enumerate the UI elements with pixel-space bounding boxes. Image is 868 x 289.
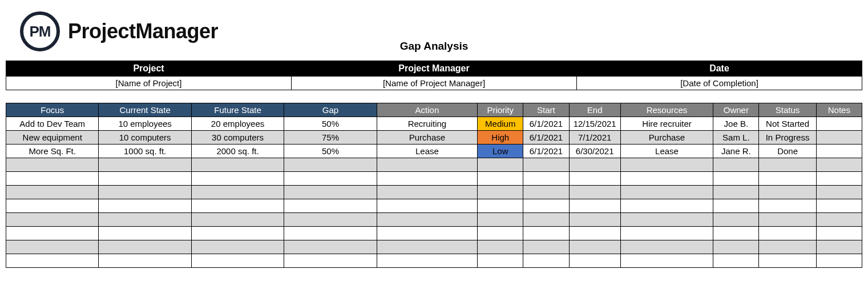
cell-empty[interactable]	[759, 199, 816, 213]
cell-action[interactable]: Lease	[377, 144, 477, 158]
cell-empty[interactable]	[759, 254, 816, 268]
cell-empty[interactable]	[191, 227, 284, 240]
cell-start[interactable]: 6/1/2021	[523, 144, 569, 158]
cell-notes[interactable]	[816, 144, 862, 158]
cell-empty[interactable]	[191, 158, 284, 172]
cell-empty[interactable]	[816, 199, 862, 213]
cell-empty[interactable]	[523, 227, 569, 240]
cell-end[interactable]: 7/1/2021	[569, 131, 620, 144]
cell-empty[interactable]	[191, 240, 284, 254]
cell-empty[interactable]	[377, 158, 477, 172]
meta-value-date[interactable]: [Date of Completion]	[577, 77, 862, 90]
meta-value-manager[interactable]: [Name of Project Manager]	[292, 77, 577, 90]
cell-status[interactable]: Done	[759, 144, 816, 158]
cell-empty[interactable]	[523, 158, 569, 172]
cell-empty[interactable]	[99, 199, 191, 213]
cell-empty[interactable]	[816, 172, 862, 186]
cell-focus[interactable]: More Sq. Ft.	[6, 144, 99, 158]
cell-empty[interactable]	[377, 172, 477, 186]
cell-focus[interactable]: New equipment	[6, 131, 99, 144]
cell-empty[interactable]	[478, 227, 523, 240]
cell-empty[interactable]	[6, 186, 99, 199]
cell-empty[interactable]	[620, 240, 713, 254]
cell-empty[interactable]	[569, 158, 620, 172]
cell-end[interactable]: 12/15/2021	[569, 117, 620, 131]
cell-empty[interactable]	[523, 213, 569, 227]
cell-empty[interactable]	[620, 158, 713, 172]
cell-empty[interactable]	[284, 186, 377, 199]
cell-empty[interactable]	[284, 158, 377, 172]
cell-empty[interactable]	[284, 227, 377, 240]
cell-empty[interactable]	[478, 213, 523, 227]
cell-empty[interactable]	[6, 213, 99, 227]
cell-empty[interactable]	[99, 227, 191, 240]
cell-future[interactable]: 20 employees	[191, 117, 284, 131]
cell-empty[interactable]	[99, 186, 191, 199]
cell-empty[interactable]	[284, 254, 377, 268]
cell-empty[interactable]	[99, 254, 191, 268]
cell-future[interactable]: 2000 sq. ft.	[191, 144, 284, 158]
cell-empty[interactable]	[569, 254, 620, 268]
cell-future[interactable]: 30 computers	[191, 131, 284, 144]
cell-empty[interactable]	[620, 213, 713, 227]
cell-empty[interactable]	[478, 158, 523, 172]
cell-empty[interactable]	[478, 186, 523, 199]
cell-empty[interactable]	[191, 213, 284, 227]
cell-empty[interactable]	[523, 172, 569, 186]
cell-priority[interactable]: High	[478, 131, 523, 144]
cell-empty[interactable]	[759, 172, 816, 186]
cell-empty[interactable]	[620, 172, 713, 186]
cell-empty[interactable]	[99, 172, 191, 186]
cell-empty[interactable]	[620, 254, 713, 268]
cell-empty[interactable]	[284, 240, 377, 254]
cell-empty[interactable]	[377, 227, 477, 240]
cell-empty[interactable]	[191, 186, 284, 199]
cell-empty[interactable]	[816, 186, 862, 199]
cell-empty[interactable]	[6, 227, 99, 240]
cell-owner[interactable]: Jane R.	[713, 144, 759, 158]
cell-empty[interactable]	[377, 240, 477, 254]
cell-owner[interactable]: Joe B.	[713, 117, 759, 131]
cell-resources[interactable]: Purchase	[620, 131, 713, 144]
cell-empty[interactable]	[377, 254, 477, 268]
cell-empty[interactable]	[569, 199, 620, 213]
cell-current[interactable]: 10 employees	[99, 117, 191, 131]
cell-empty[interactable]	[713, 186, 759, 199]
cell-empty[interactable]	[713, 240, 759, 254]
cell-empty[interactable]	[478, 240, 523, 254]
cell-notes[interactable]	[816, 117, 862, 131]
cell-empty[interactable]	[816, 240, 862, 254]
cell-empty[interactable]	[816, 213, 862, 227]
cell-current[interactable]: 1000 sq. ft.	[99, 144, 191, 158]
cell-empty[interactable]	[759, 227, 816, 240]
cell-empty[interactable]	[620, 199, 713, 213]
cell-action[interactable]: Purchase	[377, 131, 477, 144]
cell-gap[interactable]: 50%	[284, 117, 377, 131]
cell-empty[interactable]	[713, 227, 759, 240]
cell-status[interactable]: In Progress	[759, 131, 816, 144]
cell-priority[interactable]: Medium	[478, 117, 523, 131]
cell-empty[interactable]	[377, 186, 477, 199]
cell-priority[interactable]: Low	[478, 144, 523, 158]
cell-empty[interactable]	[569, 240, 620, 254]
cell-empty[interactable]	[284, 213, 377, 227]
cell-empty[interactable]	[759, 213, 816, 227]
cell-empty[interactable]	[713, 213, 759, 227]
cell-empty[interactable]	[377, 213, 477, 227]
cell-empty[interactable]	[713, 158, 759, 172]
cell-empty[interactable]	[99, 240, 191, 254]
cell-empty[interactable]	[523, 254, 569, 268]
cell-gap[interactable]: 75%	[284, 131, 377, 144]
cell-resources[interactable]: Lease	[620, 144, 713, 158]
cell-empty[interactable]	[377, 199, 477, 213]
cell-empty[interactable]	[99, 158, 191, 172]
cell-empty[interactable]	[759, 240, 816, 254]
cell-empty[interactable]	[713, 254, 759, 268]
cell-empty[interactable]	[523, 186, 569, 199]
cell-empty[interactable]	[523, 240, 569, 254]
meta-value-project[interactable]: [Name of Project]	[6, 77, 292, 90]
cell-empty[interactable]	[569, 213, 620, 227]
cell-focus[interactable]: Add to Dev Team	[6, 117, 99, 131]
cell-end[interactable]: 6/30/2021	[569, 144, 620, 158]
cell-empty[interactable]	[6, 158, 99, 172]
